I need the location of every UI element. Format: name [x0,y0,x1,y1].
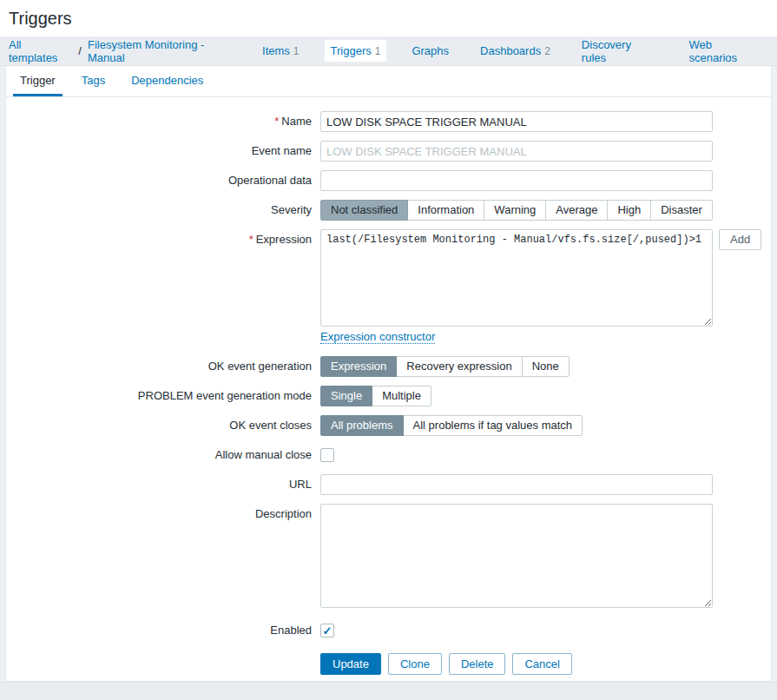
nav-triggers-label: Triggers [331,44,372,57]
tab-dependencies[interactable]: Dependencies [124,66,210,96]
name-input[interactable] [320,111,713,132]
ok-event-option-none[interactable]: None [522,356,570,377]
nav-triggers-count: 1 [375,45,381,57]
event-name-row: Event name [6,141,771,162]
url-row: URL [6,474,771,495]
tab-tags[interactable]: Tags [75,66,112,96]
delete-button[interactable]: Delete [449,653,506,675]
breadcrumb-all-templates[interactable]: All templates [9,38,72,64]
tab-trigger[interactable]: Trigger [13,66,63,96]
trigger-form: *Name Event name Operational data [6,97,771,675]
allow-manual-close-row: Allow manual close ✓ [6,445,771,466]
form-tabs: Trigger Tags Dependencies [6,66,771,97]
nav-dashboards-label: Dashboards [480,44,541,57]
ok-event-option-recovery-expression[interactable]: Recovery expression [396,356,522,377]
nav-graphs[interactable]: Graphs [405,40,455,62]
name-row: *Name [6,111,771,132]
nav-dashboards[interactable]: Dashboards 2 [474,40,556,62]
severity-option-information[interactable]: Information [407,200,484,221]
ok-event-closes-label: OK event closes [6,415,320,436]
nav-items[interactable]: Items 1 [256,40,305,62]
description-label: Description [6,504,320,525]
nav-dashboards-count: 2 [544,45,550,57]
trigger-config-page: Triggers All templates / Filesystem Moni… [0,0,777,700]
url-label: URL [6,474,320,495]
expression-textarea[interactable]: last(/Filesystem Monitoring - Manual/vfs… [320,229,713,327]
name-label: Name [281,115,312,128]
checkmark-icon: ✓ [323,625,333,637]
ok-closes-option-all-problems-tag-match[interactable]: All problems if tag values match [403,415,583,436]
ok-event-closes-row: OK event closes All problems All problem… [6,415,771,436]
allow-manual-close-label: Allow manual close [6,445,320,466]
main-area: Trigger Tags Dependencies *Name Event na… [0,66,777,682]
expression-constructor-link[interactable]: Expression constructor [320,330,435,344]
operational-data-input[interactable] [320,170,713,191]
expression-label: Expression [256,233,312,246]
breadcrumb-separator: / [78,44,82,57]
page-title: Triggers [9,9,72,29]
problem-event-mode-label: PROBLEM event generation mode [6,386,320,406]
nav-graphs-label: Graphs [412,44,449,57]
nav-discovery-rules[interactable]: Discovery rules [576,34,664,69]
ok-event-generation-row: OK event generation Expression Recovery … [6,356,771,377]
nav-discovery-rules-label: Discovery rules [582,38,658,64]
description-row: Description [6,504,771,608]
breadcrumb-template-name[interactable]: Filesystem Monitoring - Manual [88,38,242,64]
severity-row: Severity Not classified Information Warn… [6,200,771,221]
required-marker: * [274,115,279,128]
ok-event-generation-segmented-control: Expression Recovery expression None [320,356,570,377]
operational-data-label: Operational data [6,170,320,191]
expression-row: *Expression last(/Filesystem Monitoring … [6,229,771,327]
description-textarea[interactable] [320,504,713,608]
ok-event-closes-segmented-control: All problems All problems if tag values … [320,415,583,436]
page-footer [0,682,777,700]
nav-items-count: 1 [293,45,300,57]
allow-manual-close-checkbox[interactable]: ✓ [320,448,334,462]
enabled-label: Enabled [6,620,320,641]
nav-triggers[interactable]: Triggers 1 [325,40,387,62]
expression-constructor-row: Expression constructor [6,330,771,344]
severity-option-disaster[interactable]: Disaster [650,200,713,221]
required-marker: * [249,233,254,246]
nav-web-scenarios[interactable]: Web scenarios [682,34,768,69]
enabled-row: Enabled ✓ [6,620,771,641]
ok-event-option-expression[interactable]: Expression [320,356,397,377]
problem-event-mode-row: PROBLEM event generation mode Single Mul… [6,386,771,406]
ok-event-generation-label: OK event generation [6,356,320,377]
expression-add-button[interactable]: Add [719,229,761,250]
nav-web-scenarios-label: Web scenarios [688,38,762,64]
update-button[interactable]: Update [320,653,381,675]
problem-event-mode-segmented-control: Single Multiple [320,386,431,406]
operational-data-row: Operational data [6,170,771,191]
severity-option-not-classified[interactable]: Not classified [320,200,408,221]
content-panel: Trigger Tags Dependencies *Name Event na… [5,66,772,682]
cancel-button[interactable]: Cancel [512,653,571,675]
severity-option-warning[interactable]: Warning [484,200,546,221]
event-name-input[interactable] [320,141,713,162]
enabled-checkbox[interactable]: ✓ [320,624,334,637]
nav-items-label: Items [262,44,290,57]
url-input[interactable] [320,474,713,495]
severity-segmented-control: Not classified Information Warning Avera… [320,200,713,221]
severity-option-high[interactable]: High [607,200,651,221]
event-name-label: Event name [6,141,320,162]
severity-label: Severity [6,200,320,221]
page-header: Triggers [0,0,777,36]
severity-option-average[interactable]: Average [545,200,608,221]
form-actions-row: Update Clone Delete Cancel [6,653,771,675]
ok-closes-option-all-problems[interactable]: All problems [320,415,404,436]
breadcrumb: All templates / Filesystem Monitoring - … [0,36,777,66]
problem-mode-option-single[interactable]: Single [320,386,372,406]
problem-mode-option-multiple[interactable]: Multiple [372,386,431,406]
clone-button[interactable]: Clone [388,653,442,675]
